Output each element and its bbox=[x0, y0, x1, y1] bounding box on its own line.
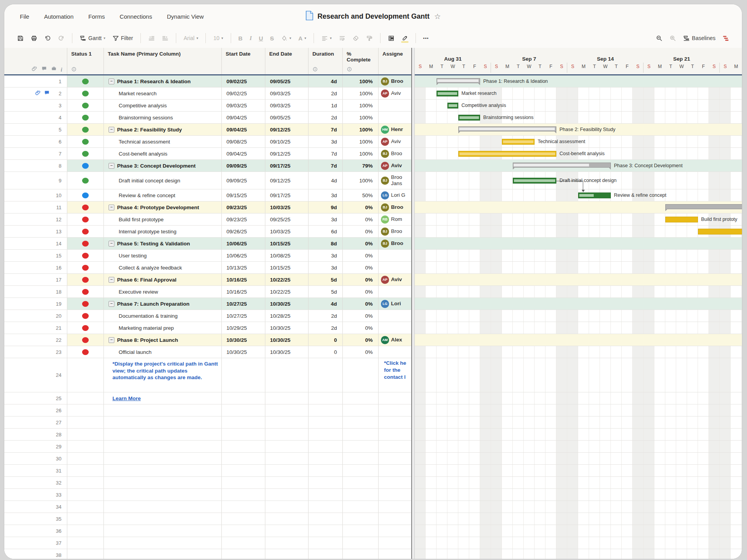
duration-cell[interactable]: 7d bbox=[309, 124, 343, 135]
duration-cell[interactable]: 5d bbox=[309, 286, 343, 298]
assigned-cell[interactable]: APAviv bbox=[379, 274, 411, 285]
collapse-toggle-icon[interactable]: – bbox=[109, 163, 114, 169]
row-number-cell[interactable]: 35 bbox=[4, 513, 67, 525]
start-date-cell[interactable] bbox=[222, 404, 265, 416]
row-number-cell[interactable]: 6 bbox=[4, 136, 67, 147]
task-name-cell[interactable]: –Phase 3: Concept Development bbox=[104, 160, 222, 172]
duration-cell[interactable] bbox=[309, 501, 343, 513]
collapse-toggle-icon[interactable]: – bbox=[109, 127, 114, 133]
task-name-cell[interactable] bbox=[104, 453, 222, 464]
start-date-cell[interactable] bbox=[222, 549, 265, 559]
end-date-cell[interactable] bbox=[265, 489, 309, 500]
duration-cell[interactable] bbox=[309, 525, 343, 537]
assigned-cell[interactable] bbox=[379, 416, 411, 428]
status-cell[interactable] bbox=[67, 172, 104, 189]
row-number-cell[interactable]: 30 bbox=[4, 453, 67, 464]
pct-complete-cell[interactable] bbox=[343, 404, 379, 416]
status-cell[interactable] bbox=[67, 274, 104, 285]
end-date-cell[interactable]: 10/03/25 bbox=[265, 201, 309, 213]
pct-complete-cell[interactable]: 0% bbox=[343, 201, 379, 213]
assigned-cell[interactable] bbox=[379, 100, 411, 111]
start-date-cell[interactable]: 10/29/25 bbox=[222, 322, 265, 334]
task-name-cell[interactable]: –Phase 7: Launch Preparation bbox=[104, 298, 222, 310]
status-cell[interactable] bbox=[67, 334, 104, 346]
status-cell[interactable] bbox=[67, 238, 104, 249]
end-date-cell[interactable]: 09/03/25 bbox=[265, 100, 309, 111]
assigned-cell[interactable] bbox=[379, 513, 411, 525]
task-name-cell[interactable]: Learn More bbox=[104, 392, 222, 404]
start-date-cell[interactable]: 10/30/25 bbox=[222, 334, 265, 346]
row-number-cell[interactable]: 16 bbox=[4, 262, 67, 273]
gantt-task-bar[interactable] bbox=[665, 217, 698, 222]
start-date-cell[interactable] bbox=[222, 392, 265, 404]
column-header-duration[interactable]: Duration bbox=[309, 48, 343, 74]
status-cell[interactable] bbox=[67, 298, 104, 310]
status-cell[interactable] bbox=[67, 286, 104, 298]
end-date-cell[interactable] bbox=[265, 392, 309, 404]
pct-complete-cell[interactable]: 0% bbox=[343, 310, 379, 322]
pct-complete-cell[interactable] bbox=[343, 416, 379, 428]
end-date-cell[interactable]: 10/30/25 bbox=[265, 298, 309, 310]
assigned-cell[interactable] bbox=[379, 549, 411, 559]
end-date-cell[interactable]: 10/15/25 bbox=[265, 238, 309, 249]
start-date-cell[interactable]: 10/27/25 bbox=[222, 298, 265, 310]
start-date-cell[interactable]: 09/03/25 bbox=[222, 100, 265, 111]
pct-complete-cell[interactable]: 100% bbox=[343, 136, 379, 147]
start-date-cell[interactable] bbox=[222, 416, 265, 428]
assigned-cell[interactable]: *Click he for the contact l bbox=[379, 358, 411, 392]
status-cell[interactable] bbox=[67, 75, 104, 87]
status-cell[interactable] bbox=[67, 88, 104, 99]
task-name-cell[interactable]: *Display the project's critical path in … bbox=[104, 358, 222, 392]
row-number-cell[interactable]: 28 bbox=[4, 429, 67, 440]
menu-dynamic-view[interactable]: Dynamic View bbox=[167, 13, 204, 20]
gantt-task-bar[interactable] bbox=[447, 103, 458, 108]
row-number-cell[interactable]: 1 bbox=[4, 75, 67, 87]
indent-button[interactable] bbox=[159, 33, 171, 44]
duration-cell[interactable]: 2d bbox=[309, 322, 343, 334]
duration-cell[interactable]: 2d bbox=[309, 88, 343, 99]
duration-cell[interactable]: 3d bbox=[309, 262, 343, 273]
start-date-cell[interactable] bbox=[222, 465, 265, 476]
undo-button[interactable] bbox=[42, 33, 54, 44]
row-number-cell[interactable]: 15 bbox=[4, 250, 67, 261]
start-date-cell[interactable]: 09/08/25 bbox=[222, 136, 265, 147]
view-switch-button[interactable]: Gantt▾ bbox=[77, 33, 108, 44]
assigned-cell[interactable] bbox=[379, 250, 411, 261]
row-number-cell[interactable]: 29 bbox=[4, 441, 67, 452]
duration-cell[interactable]: 7d bbox=[309, 148, 343, 159]
task-name-cell[interactable]: –Phase 5: Testing & Validation bbox=[104, 238, 222, 249]
collapse-toggle-icon[interactable]: – bbox=[109, 301, 114, 307]
task-name-cell[interactable]: Review & refine concept bbox=[104, 189, 222, 201]
duration-cell[interactable]: 5d bbox=[309, 274, 343, 285]
learn-more-link[interactable]: Learn More bbox=[104, 396, 141, 401]
pct-complete-cell[interactable]: 0% bbox=[343, 298, 379, 310]
task-name-cell[interactable]: Brainstorming sessions bbox=[104, 112, 222, 123]
assigned-cell[interactable] bbox=[379, 477, 411, 488]
task-name-cell[interactable]: Documentation & training bbox=[104, 310, 222, 322]
row-number-cell[interactable]: 19 bbox=[4, 298, 67, 310]
start-date-cell[interactable] bbox=[222, 525, 265, 537]
more-options-button[interactable]: ••• bbox=[421, 34, 432, 42]
favorite-star-icon[interactable]: ☆ bbox=[434, 12, 441, 21]
duration-cell[interactable]: 4d bbox=[309, 298, 343, 310]
assigned-cell[interactable]: BJBroo bbox=[379, 238, 411, 249]
task-name-cell[interactable]: Draft initial concept design bbox=[104, 172, 222, 189]
gantt-task-bar[interactable] bbox=[502, 139, 535, 145]
task-name-cell[interactable] bbox=[104, 537, 222, 549]
assigned-cell[interactable] bbox=[379, 441, 411, 452]
gantt-task-bar[interactable] bbox=[458, 151, 556, 157]
insert-table-button[interactable] bbox=[385, 33, 397, 44]
duration-cell[interactable]: 9d bbox=[309, 201, 343, 213]
row-number-cell[interactable]: 7 bbox=[4, 148, 67, 159]
task-name-cell[interactable]: Official launch bbox=[104, 346, 222, 358]
row-number-cell[interactable]: 17 bbox=[4, 274, 67, 285]
status-cell[interactable] bbox=[67, 214, 104, 225]
start-date-cell[interactable]: 09/04/25 bbox=[222, 148, 265, 159]
assigned-cell[interactable] bbox=[379, 392, 411, 404]
status-cell[interactable] bbox=[67, 124, 104, 135]
task-name-cell[interactable] bbox=[104, 525, 222, 537]
assigned-cell[interactable] bbox=[379, 501, 411, 513]
end-date-cell[interactable] bbox=[265, 429, 309, 440]
task-name-cell[interactable]: Technical assessment bbox=[104, 136, 222, 147]
end-date-cell[interactable]: 09/25/25 bbox=[265, 214, 309, 225]
